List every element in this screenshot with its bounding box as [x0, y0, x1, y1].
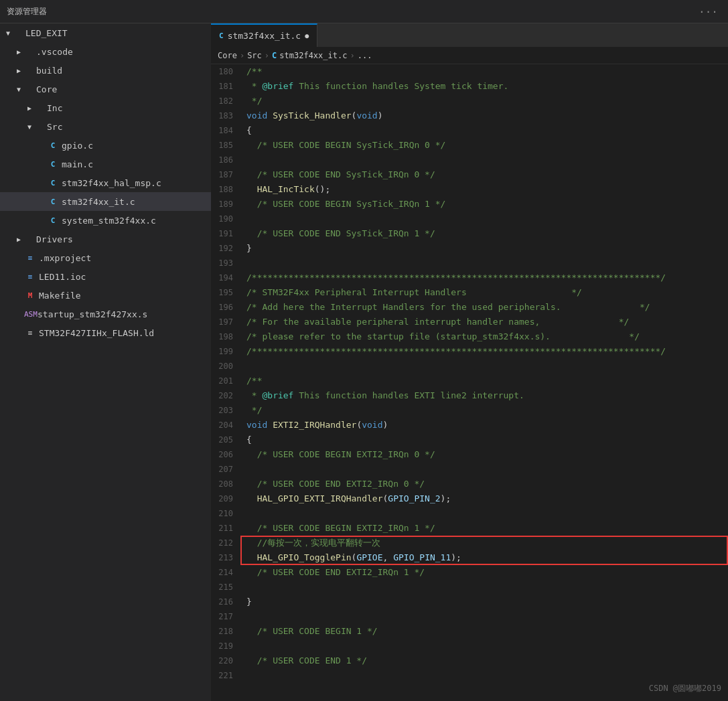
sidebar-item-ioc[interactable]: ≡ LED11.ioc	[0, 267, 211, 286]
code-line: 208 /* USER CODE END EXTI2_IRQn 0 */	[211, 477, 728, 491]
top-bar: 资源管理器 ···	[0, 0, 728, 23]
breadcrumb-file[interactable]: stm32f4xx_it.c	[279, 51, 347, 60]
arrow-icon: ▶	[24, 104, 35, 112]
code-line: 184 {	[211, 123, 728, 138]
sidebar-item-startup[interactable]: ASM startup_stm32f427xx.s	[0, 305, 211, 323]
item-label: LED11.ioc	[39, 272, 206, 282]
code-line: 217	[211, 609, 728, 624]
m-icon: M	[24, 291, 36, 300]
code-line: 182 */	[211, 94, 728, 108]
sidebar-dots[interactable]: ···	[695, 5, 721, 18]
code-line: 194 /***********************************…	[211, 270, 728, 285]
arrow-icon: ▶	[13, 236, 24, 243]
code-line: 191 /* USER CODE END SysTick_IRQn 1 */	[211, 226, 728, 241]
code-line: 193	[211, 256, 728, 270]
c-file-icon: C	[47, 141, 59, 150]
code-line: 216 }	[211, 595, 728, 609]
asm-icon: ASM	[24, 310, 36, 319]
code-line: 202 * @brief This function handles EXTI …	[211, 388, 728, 403]
sidebar-item-vscode[interactable]: ▶ .vscode	[0, 42, 211, 61]
ld-icon: ≡	[24, 329, 36, 337]
sidebar-item-system[interactable]: C system_stm32f4xx.c	[0, 211, 211, 230]
item-label: startup_stm32f427xx.s	[38, 309, 206, 319]
code-line: 220 /* USER CODE END 1 */	[211, 653, 728, 668]
code-line: 190	[211, 212, 728, 226]
root-label: LED_EXIT	[25, 28, 206, 38]
item-label: .vscode	[36, 47, 206, 57]
editor-panel: C stm32f4xx_it.c ● Core › Src › C stm32f…	[211, 23, 728, 701]
sidebar-item-core[interactable]: ▼ Core	[0, 80, 211, 98]
sidebar-item-gpio[interactable]: C gpio.c	[0, 136, 211, 155]
code-line: 211 /* USER CODE BEGIN EXTI2_IRQn 1 */	[211, 521, 728, 536]
item-label: stm32f4xx_hal_msp.c	[62, 178, 206, 188]
code-line: 187 /* USER CODE END SysTick_IRQn 0 */	[211, 167, 728, 182]
arrow-icon: ▼	[3, 29, 13, 37]
breadcrumb-src[interactable]: Src	[247, 51, 262, 60]
code-line: 219	[211, 639, 728, 653]
code-line: 195 /* STM32F4xx Peripheral Interrupt Ha…	[211, 285, 728, 300]
breadcrumb-more[interactable]: ...	[358, 51, 372, 60]
tab-it[interactable]: C stm32f4xx_it.c ●	[211, 23, 317, 47]
code-line: 205 {	[211, 433, 728, 447]
code-line: 197 /* For the available peripheral inte…	[211, 315, 728, 329]
c-file-icon: C	[47, 160, 59, 169]
arrow-icon: ▶	[13, 48, 24, 56]
item-label: gpio.c	[62, 141, 206, 151]
code-line: 200	[211, 359, 728, 374]
sidebar-item-src[interactable]: ▼ Src	[0, 117, 211, 136]
code-line: 186	[211, 153, 728, 167]
tab-filename: stm32f4xx_it.c	[228, 31, 301, 41]
item-label: stm32f4xx_it.c	[62, 197, 206, 207]
sidebar-item-root[interactable]: ▼ LED_EXIT	[0, 23, 211, 42]
sidebar-title: 资源管理器	[7, 6, 695, 17]
code-line: 183 void SysTick_Handler(void)	[211, 108, 728, 123]
sidebar-item-drivers[interactable]: ▶ Drivers	[0, 230, 211, 248]
code-line: 185 /* USER CODE BEGIN SysTick_IRQn 0 */	[211, 138, 728, 153]
c-file-icon: C	[47, 179, 59, 187]
breadcrumb: Core › Src › C stm32f4xx_it.c › ...	[211, 47, 728, 64]
sidebar-item-build[interactable]: ▶ build	[0, 61, 211, 80]
item-label: Core	[36, 84, 206, 94]
sidebar-item-main[interactable]: C main.c	[0, 155, 211, 173]
c-file-icon: C	[47, 198, 59, 206]
code-line: 212 //每按一次，实现电平翻转一次	[211, 536, 728, 550]
code-line: 206 /* USER CODE BEGIN EXTI2_IRQn 0 */	[211, 447, 728, 462]
tab-c-icon: C	[219, 31, 224, 40]
item-label: Src	[47, 122, 206, 132]
watermark: CSDN @圆嘟嘟2019	[649, 683, 721, 694]
item-label: Makefile	[39, 291, 206, 301]
c-file-icon: C	[47, 216, 59, 225]
item-label: system_stm32f4xx.c	[62, 216, 206, 226]
sidebar-item-mxproject[interactable]: ≡ .mxproject	[0, 248, 211, 267]
code-line: 204 void EXTI2_IRQHandler(void)	[211, 418, 728, 433]
code-line: 196 /* Add here the Interrupt Handlers f…	[211, 300, 728, 315]
code-line: 213 HAL_GPIO_TogglePin(GPIOE, GPIO_PIN_1…	[211, 550, 728, 565]
sidebar-item-flash[interactable]: ≡ STM32F427IIHx_FLASH.ld	[0, 323, 211, 342]
highlighted-region: 212 //每按一次，实现电平翻转一次 213 HAL_GPIO_ToggleP…	[211, 536, 728, 565]
code-line: 180 /**	[211, 64, 728, 79]
code-line: 209 HAL_GPIO_EXTI_IRQHandler(GPIO_PIN_2)…	[211, 491, 728, 506]
mxproj-icon: ≡	[24, 254, 36, 262]
sidebar-item-makefile[interactable]: M Makefile	[0, 286, 211, 305]
arrow-icon: ▼	[24, 123, 35, 131]
code-line: 221	[211, 668, 728, 683]
item-label: Inc	[47, 103, 206, 113]
item-label: STM32F427IIHx_FLASH.ld	[39, 328, 206, 338]
editor[interactable]: 180 /** 181 * @brief This function handl…	[211, 64, 728, 701]
code-line: 188 HAL_IncTick();	[211, 182, 728, 197]
sidebar: ▼ LED_EXIT ▶ .vscode ▶ build ▼ Core ▶ In…	[0, 23, 211, 701]
arrow-icon: ▼	[13, 86, 24, 93]
sidebar-item-hal-msp[interactable]: C stm32f4xx_hal_msp.c	[0, 173, 211, 192]
code-line: 198 /* please refer to the startup file …	[211, 329, 728, 344]
code-line: 199 /***********************************…	[211, 344, 728, 359]
code-line: 214 /* USER CODE END EXTI2_IRQn 1 */	[211, 565, 728, 580]
code-container: 180 /** 181 * @brief This function handl…	[211, 64, 728, 683]
code-line: 192 }	[211, 241, 728, 256]
tab-bar: C stm32f4xx_it.c ●	[211, 23, 728, 47]
code-line: 215	[211, 580, 728, 595]
item-label: .mxproject	[39, 253, 206, 263]
breadcrumb-core[interactable]: Core	[218, 51, 237, 60]
sidebar-item-inc[interactable]: ▶ Inc	[0, 98, 211, 117]
sidebar-item-it[interactable]: C stm32f4xx_it.c	[0, 192, 211, 211]
code-line: 181 * @brief This function handles Syste…	[211, 79, 728, 94]
